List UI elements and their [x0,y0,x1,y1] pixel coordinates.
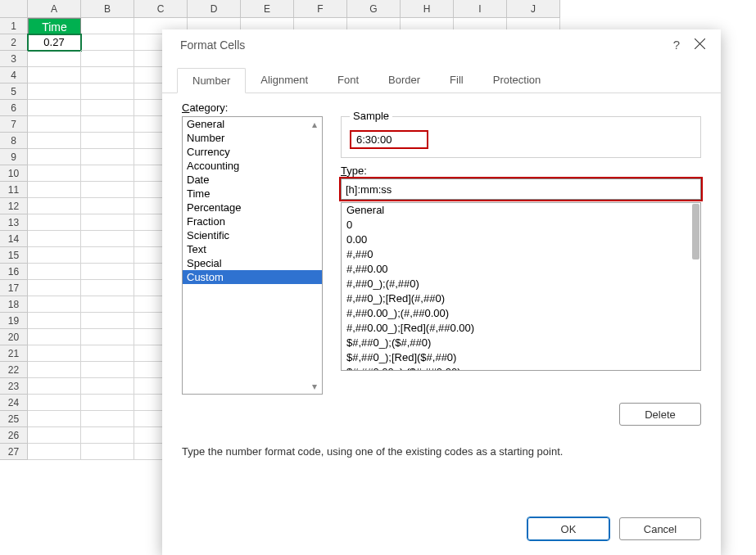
cell-A8[interactable] [28,133,81,149]
row-head-25[interactable]: 25 [0,411,28,427]
cell-A25[interactable] [28,411,81,427]
row-head-11[interactable]: 11 [0,182,28,198]
category-item-special[interactable]: Special [183,256,322,270]
cell-A16[interactable] [28,264,81,280]
col-head-J[interactable]: J [507,0,560,18]
category-item-percentage[interactable]: Percentage [183,201,322,214]
cell-B21[interactable] [81,345,134,362]
cell-B11[interactable] [81,182,134,198]
row-head-26[interactable]: 26 [0,427,28,444]
row-head-16[interactable]: 16 [0,264,28,280]
format-item-0[interactable]: General [342,203,700,218]
cell-B8[interactable] [81,133,134,149]
col-head-E[interactable]: E [241,0,294,18]
col-head-B[interactable]: B [81,0,134,18]
category-item-currency[interactable]: Currency [183,145,322,159]
cell-B13[interactable] [81,214,134,231]
cell-B27[interactable] [81,444,134,460]
row-head-2[interactable]: 2 [0,34,28,51]
row-head-14[interactable]: 14 [0,231,28,247]
cell-B22[interactable] [81,362,134,378]
row-head-24[interactable]: 24 [0,395,28,411]
cell-A1[interactable]: Time [28,18,81,34]
col-head-H[interactable]: H [401,0,454,18]
cell-B1[interactable] [81,18,134,34]
type-input[interactable] [341,178,701,200]
row-head-21[interactable]: 21 [0,345,28,362]
tab-border[interactable]: Border [373,68,435,92]
format-item-3[interactable]: #,##0 [342,247,700,262]
cell-B6[interactable] [81,100,134,116]
tab-alignment[interactable]: Alignment [246,68,323,92]
cell-A9[interactable] [28,149,81,165]
cell-A11[interactable] [28,182,81,198]
row-head-7[interactable]: 7 [0,116,28,133]
cell-A6[interactable] [28,100,81,116]
tab-number[interactable]: Number [177,68,246,93]
category-listbox[interactable]: GeneralNumberCurrencyAccountingDateTimeP… [182,116,323,395]
cell-B15[interactable] [81,247,134,264]
cell-A17[interactable] [28,280,81,296]
cell-B24[interactable] [81,395,134,411]
cell-A10[interactable] [28,165,81,182]
category-item-time[interactable]: Time [183,187,322,201]
format-item-5[interactable]: #,##0_);(#,##0) [342,277,700,291]
cell-A20[interactable] [28,329,81,345]
cell-A13[interactable] [28,214,81,231]
row-head-27[interactable]: 27 [0,444,28,460]
row-head-17[interactable]: 17 [0,280,28,296]
cell-B26[interactable] [81,427,134,444]
cell-A15[interactable] [28,247,81,264]
row-head-3[interactable]: 3 [0,51,28,67]
row-head-4[interactable]: 4 [0,67,28,83]
scrollbar-thumb[interactable] [692,204,699,259]
category-item-general[interactable]: General [183,117,322,131]
cell-A24[interactable] [28,395,81,411]
row-head-23[interactable]: 23 [0,378,28,395]
delete-button[interactable]: Delete [619,403,701,426]
cell-B20[interactable] [81,329,134,345]
ok-button[interactable]: OK [527,517,609,540]
row-head-15[interactable]: 15 [0,247,28,264]
select-all-corner[interactable] [0,0,28,18]
cell-B4[interactable] [81,67,134,83]
format-item-9[interactable]: $#,##0_);($#,##0) [342,336,700,350]
format-item-1[interactable]: 0 [342,218,700,232]
cell-A14[interactable] [28,231,81,247]
col-head-F[interactable]: F [294,0,347,18]
category-item-fraction[interactable]: Fraction [183,214,322,228]
cell-A2[interactable]: 0.27 [28,34,81,51]
cell-B12[interactable] [81,198,134,214]
cell-A23[interactable] [28,378,81,395]
scroll-down-icon[interactable]: ▾ [312,381,322,392]
row-head-19[interactable]: 19 [0,313,28,329]
tab-fill[interactable]: Fill [435,68,478,92]
row-head-9[interactable]: 9 [0,149,28,165]
help-icon[interactable]: ? [665,38,688,52]
cell-A22[interactable] [28,362,81,378]
format-item-4[interactable]: #,##0.00 [342,262,700,277]
cell-B7[interactable] [81,116,134,133]
category-item-custom[interactable]: Custom [183,270,322,284]
cell-A4[interactable] [28,67,81,83]
col-head-I[interactable]: I [454,0,507,18]
category-item-number[interactable]: Number [183,131,322,145]
cell-A12[interactable] [28,198,81,214]
category-item-accounting[interactable]: Accounting [183,159,322,173]
scrollbar-track[interactable]: ▴ ▾ [312,117,322,394]
cell-B25[interactable] [81,411,134,427]
row-head-10[interactable]: 10 [0,165,28,182]
scroll-up-icon[interactable]: ▴ [312,119,322,130]
cell-B3[interactable] [81,51,134,67]
col-head-C[interactable]: C [134,0,188,18]
format-listbox[interactable]: General00.00#,##0#,##0.00#,##0_);(#,##0)… [341,202,701,371]
row-head-18[interactable]: 18 [0,296,28,313]
cell-B19[interactable] [81,313,134,329]
cell-B18[interactable] [81,296,134,313]
row-head-5[interactable]: 5 [0,83,28,100]
format-item-10[interactable]: $#,##0_);[Red]($#,##0) [342,350,700,365]
cell-B10[interactable] [81,165,134,182]
cell-A26[interactable] [28,427,81,444]
col-head-A[interactable]: A [28,0,81,18]
category-item-scientific[interactable]: Scientific [183,228,322,242]
